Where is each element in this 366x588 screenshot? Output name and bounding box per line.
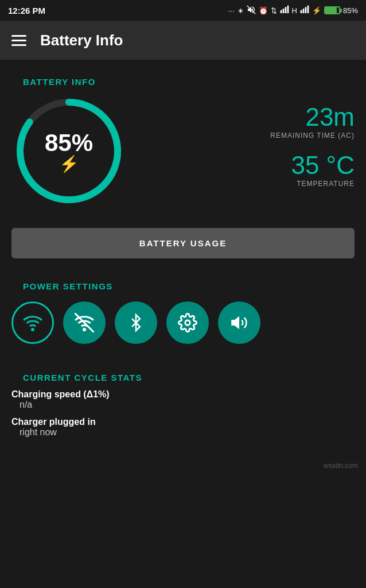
charging-bolt-icon: ⚡: [45, 154, 93, 173]
temperature-label: TEMPERATURE: [143, 180, 355, 188]
circle-inner: 85% ⚡: [45, 129, 93, 173]
volume-icon: [231, 313, 248, 332]
status-icons: ··· ∗ ⏰ ⇅ H ⚡ 85%: [228, 5, 358, 16]
svg-point-12: [84, 329, 85, 331]
svg-rect-2: [282, 9, 284, 13]
transfer-icon: ⇅: [271, 6, 277, 15]
charging-bolt-status-icon: ⚡: [312, 6, 321, 15]
charging-speed-label: Charging speed (Δ1%): [11, 389, 355, 400]
power-settings-section-header: POWER SETTINGS: [11, 270, 355, 298]
wifi-outline-icon: [22, 312, 43, 333]
volume-toggle-button[interactable]: [218, 301, 260, 344]
status-time: 12:26 PM: [8, 6, 45, 16]
battery-status: 85%: [324, 6, 358, 15]
battery-main-row: 85% ⚡ 23m REMAINING TIME (AC) 35 °C TEMP…: [11, 94, 355, 208]
app-bar: Battery Info: [0, 21, 366, 60]
remaining-time-label: REMAINING TIME (AC): [143, 131, 355, 140]
battery-info-section-header: BATTERY INFO: [11, 65, 355, 94]
battery-percentage-text: 85%: [45, 129, 93, 157]
power-icons-row: [11, 298, 355, 344]
mute-icon: [247, 5, 256, 16]
status-bar: 12:26 PM ··· ∗ ⏰ ⇅ H ⚡ 85%: [0, 0, 366, 21]
settings-toggle-button[interactable]: [166, 301, 209, 344]
svg-rect-6: [303, 9, 305, 13]
hamburger-menu-button[interactable]: [11, 35, 26, 46]
bluetooth-status-icon: ∗: [237, 6, 244, 15]
svg-point-14: [185, 320, 190, 326]
charging-speed-value: n/a: [11, 400, 355, 410]
svg-rect-5: [301, 10, 302, 13]
battery-info-section: BATTERY INFO 85% ⚡ 23m REMAINING TIME (A…: [0, 60, 366, 220]
svg-marker-15: [232, 318, 239, 328]
signal-bars-icon: [280, 5, 289, 16]
signal-dots-icon: ···: [228, 6, 235, 15]
bluetooth-toggle-button[interactable]: [115, 301, 157, 344]
wifi-off-icon: [74, 312, 95, 333]
h-icon: H: [292, 6, 297, 15]
cycle-stats-section-header: CURRENT CYCLE STATS: [11, 361, 355, 389]
remaining-time-value: 23m: [143, 103, 355, 131]
alarm-icon: ⏰: [259, 6, 268, 15]
battery-stats-panel: 23m REMAINING TIME (AC) 35 °C TEMPERATUR…: [143, 103, 355, 199]
bluetooth-icon: [127, 312, 145, 333]
svg-rect-7: [305, 7, 307, 13]
main-content: BATTERY INFO 85% ⚡ 23m REMAINING TIME (A…: [0, 60, 366, 473]
svg-rect-1: [280, 10, 282, 13]
charger-plugged-item: Charger plugged in right now: [11, 417, 355, 438]
charger-plugged-value: right now: [11, 427, 355, 438]
app-bar-title: Battery Info: [40, 32, 123, 49]
power-settings-section: POWER SETTINGS: [0, 270, 366, 355]
settings-gear-icon: [178, 313, 197, 332]
usage-button-container: BATTERY USAGE: [0, 220, 366, 270]
svg-rect-8: [307, 5, 309, 13]
charging-speed-item: Charging speed (Δ1%) n/a: [11, 389, 355, 410]
svg-rect-4: [287, 5, 289, 13]
battery-usage-button[interactable]: BATTERY USAGE: [11, 228, 355, 258]
battery-percent-label: 85%: [343, 6, 358, 15]
battery-circle-gauge: 85% ⚡: [11, 94, 126, 208]
watermark: wsxdn.com: [0, 456, 366, 473]
svg-rect-3: [285, 7, 286, 13]
svg-point-11: [32, 329, 34, 331]
temperature-value: 35 °C: [143, 151, 355, 180]
cycle-stats-section: CURRENT CYCLE STATS Charging speed (Δ1%)…: [0, 355, 366, 456]
charger-plugged-label: Charger plugged in: [11, 417, 355, 427]
signal-bars2-icon: [300, 5, 309, 16]
wifi-off-button[interactable]: [63, 301, 106, 344]
wifi-toggle-button[interactable]: [11, 301, 54, 344]
